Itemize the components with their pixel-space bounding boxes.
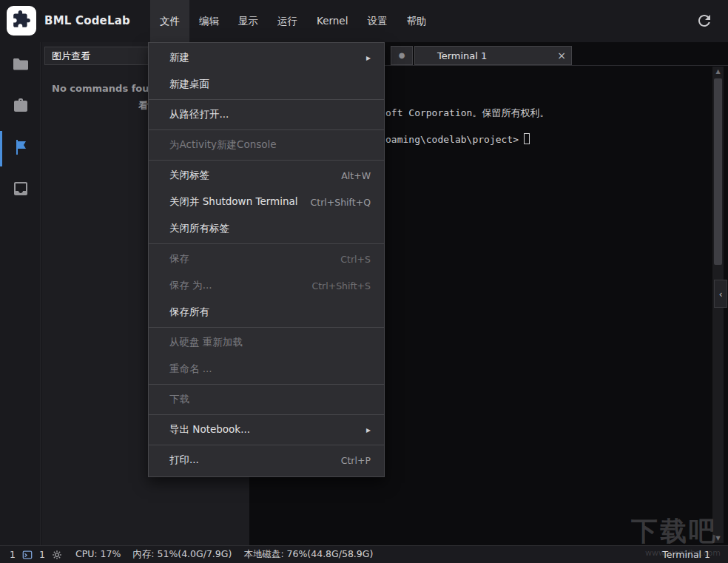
menu-item-reload-from-disk: 从硬盘 重新加载 — [149, 329, 384, 356]
terminal-status-icon — [22, 550, 33, 560]
shortcut-label: Ctrl+Shift+S — [311, 280, 371, 291]
shortcut-label: Ctrl+Shift+Q — [311, 197, 371, 208]
active-tab-status: Terminal 1 — [662, 549, 710, 560]
no-commands-text-partial: 看 — [138, 99, 148, 112]
chevron-left-icon: ‹ — [718, 289, 722, 300]
app-logo — [7, 6, 36, 36]
terminal-cursor — [524, 133, 530, 144]
puzzle-icon — [12, 10, 31, 32]
terminal-line-2: oaming\codelab\project> — [385, 133, 530, 145]
menu-item-close-all-tabs[interactable]: 关闭所有标签 — [149, 215, 384, 242]
tab-label: Terminal 1 — [437, 50, 552, 61]
submenu-arrow-icon: ▸ — [366, 425, 371, 435]
top-bar: BML CodeLab 文件 编辑 显示 运行 Kernel 设置 帮助 — [0, 0, 728, 42]
shortcut-label: Ctrl+P — [341, 455, 371, 466]
no-commands-text: No commands found — [52, 83, 163, 94]
cpu-stat: CPU: 17% — [75, 548, 121, 561]
menu-separator — [149, 327, 384, 328]
menu-kernel[interactable]: Kernel — [307, 0, 357, 42]
menu-item-print[interactable]: 打印... Ctrl+P — [149, 447, 384, 473]
submenu-arrow-icon: ▸ — [366, 53, 371, 63]
menu-separator — [149, 99, 384, 100]
scroll-up-icon[interactable]: ▲ — [712, 67, 724, 77]
folder-icon — [12, 55, 30, 76]
inbox-icon — [12, 180, 30, 200]
refresh-icon[interactable] — [695, 12, 713, 30]
memory-stat: 内存: 51%(4.0G/7.9G) — [132, 548, 232, 561]
kernels-count: 1 — [39, 549, 45, 560]
sidebar-item-inbox[interactable] — [0, 172, 41, 208]
menu-item-export-notebook[interactable]: 导出 Notebook... ▸ — [149, 417, 384, 443]
sidebar-item-toolbox[interactable] — [0, 90, 41, 125]
close-icon[interactable]: × — [552, 50, 571, 61]
menu-separator — [149, 414, 384, 415]
gear-icon — [52, 550, 62, 560]
tab-terminal-1[interactable]: Terminal 1 × — [414, 46, 572, 65]
menu-separator — [149, 160, 384, 161]
shortcut-label: Ctrl+S — [340, 254, 371, 265]
disk-stat: 本地磁盘: 76%(44.8G/58.9G) — [243, 548, 373, 561]
menu-item-save-all[interactable]: 保存所有 — [149, 299, 384, 326]
menu-item-download: 下载 — [149, 386, 384, 413]
sidebar-item-flags[interactable] — [0, 131, 41, 166]
menu-item-close-and-shutdown-terminal[interactable]: 关闭并 Shutdown Terminal Ctrl+Shift+Q — [149, 189, 384, 215]
menu-separator — [149, 384, 384, 385]
menu-separator — [149, 243, 384, 244]
toolbox-icon — [12, 97, 30, 118]
shortcut-label: Alt+W — [341, 170, 371, 181]
circle-icon: ● — [399, 51, 405, 59]
menu-view[interactable]: 显示 — [229, 0, 268, 42]
session-counters[interactable]: 1 1 — [0, 549, 62, 560]
tab-indicator[interactable]: ● — [391, 46, 413, 65]
menu-item-new[interactable]: 新建 ▸ — [149, 44, 384, 71]
terminal-line-1: oft Corporation。保留所有权利。 — [385, 107, 549, 120]
menu-edit[interactable]: 编辑 — [189, 0, 229, 42]
menu-item-open-from-path[interactable]: 从路径打开... — [149, 101, 384, 128]
scroll-down-icon[interactable]: ▼ — [712, 535, 724, 542]
collapse-panel-button[interactable]: ‹ — [714, 280, 727, 308]
file-menu-dropdown: 新建 ▸ 新建桌面 从路径打开... 为Activity新建Console 关闭… — [148, 42, 385, 477]
menu-file[interactable]: 文件 — [150, 0, 189, 42]
system-stats: CPU: 17% 内存: 51%(4.0G/7.9G) 本地磁盘: 76%(44… — [75, 548, 373, 561]
menu-run[interactable]: 运行 — [268, 0, 307, 42]
flag-icon — [12, 138, 30, 159]
scrollbar-thumb[interactable] — [714, 78, 722, 265]
activity-sidebar — [0, 42, 41, 545]
status-bar: 1 1 CPU: 17% 内存: 51%(4.0G/7.9G) 本地磁盘: 76… — [0, 545, 728, 563]
sidebar-item-files[interactable] — [0, 48, 41, 84]
menu-settings[interactable]: 设置 — [357, 0, 397, 42]
terminals-count: 1 — [10, 549, 16, 560]
menu-item-close-tab[interactable]: 关闭标签 Alt+W — [149, 162, 384, 189]
menu-item-save-as: 保存 为... Ctrl+Shift+S — [149, 272, 384, 299]
menu-item-new-console-for-activity: 为Activity新建Console — [149, 132, 384, 158]
menu-separator — [149, 445, 384, 445]
menu-item-save: 保存 Ctrl+S — [149, 246, 384, 272]
app-title: BML CodeLab — [44, 0, 130, 42]
menu-bar: 文件 编辑 显示 运行 Kernel 设置 帮助 — [150, 0, 436, 42]
menu-separator — [149, 129, 384, 130]
menu-help[interactable]: 帮助 — [397, 0, 436, 42]
menu-item-new-launcher[interactable]: 新建桌面 — [149, 71, 384, 98]
menu-item-rename: 重命名 ... — [149, 356, 384, 382]
